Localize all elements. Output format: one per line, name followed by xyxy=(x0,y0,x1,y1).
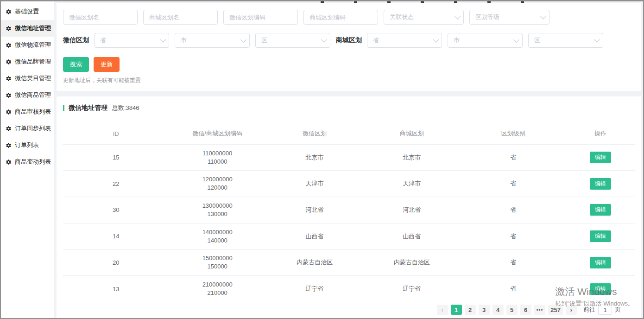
edit-button[interactable]: 编辑 xyxy=(590,257,611,268)
filter-panel: 关联状态 区划等级 微信区划 省 市 区 商城区划 xyxy=(57,3,641,91)
edit-button[interactable]: 编辑 xyxy=(590,152,611,163)
mall-city-select[interactable]: 市 xyxy=(448,33,523,48)
sidebar-item-label: 基础设置 xyxy=(15,7,39,16)
column-header-wechat-region: 微信区划 xyxy=(266,129,363,138)
wechat-region-name-input[interactable] xyxy=(63,10,138,25)
page-title: 微信地址管理 xyxy=(69,104,107,112)
chevron-down-icon xyxy=(540,13,546,19)
sidebar-item-wechat-category[interactable]: 微信类目管理 xyxy=(1,70,54,87)
cell-id: 30 xyxy=(63,206,169,213)
cell-wechat-region: 天津市 xyxy=(266,179,363,188)
update-button[interactable]: 更新 xyxy=(94,57,120,72)
table-row: 20 150000000 150000 内蒙古自治区 内蒙古自治区 省 编辑 xyxy=(63,250,635,276)
sidebar-item-wechat-address[interactable]: 微信地址管理 xyxy=(1,20,54,37)
sidebar-item-label: 微信地址管理 xyxy=(15,24,51,32)
chevron-down-icon xyxy=(321,37,327,43)
sidebar-item-product-change-list[interactable]: 商品变动列表 xyxy=(1,153,54,170)
cell-id: 22 xyxy=(63,180,169,187)
wechat-province-select[interactable]: 省 xyxy=(94,33,169,48)
sidebar-item-wechat-logistics[interactable]: 微信物流管理 xyxy=(1,37,54,53)
cell-id: 15 xyxy=(63,154,169,161)
edit-button[interactable]: 编辑 xyxy=(590,283,611,295)
cell-id: 20 xyxy=(63,259,169,266)
cell-id: 13 xyxy=(63,286,169,293)
cell-codes: 120000000 120000 xyxy=(169,175,266,192)
sidebar-item-basic-settings[interactable]: 基础设置 xyxy=(1,3,54,20)
search-button[interactable]: 搜索 xyxy=(63,57,89,72)
cell-wechat-region: 北京市 xyxy=(266,153,363,162)
sidebar-item-label: 商品变动列表 xyxy=(15,158,51,166)
gear-icon xyxy=(6,126,12,132)
region-level-select[interactable]: 区划等级 xyxy=(469,10,549,25)
link-status-select[interactable]: 关联状态 xyxy=(384,10,464,25)
next-page-button[interactable]: › xyxy=(566,305,577,315)
cell-wechat-region: 河北省 xyxy=(266,206,363,214)
select-placeholder: 区 xyxy=(534,36,540,45)
mall-region-code-input[interactable] xyxy=(303,10,378,25)
sidebar-item-label: 商品审核列表 xyxy=(15,108,51,116)
gear-icon xyxy=(6,42,12,48)
page-button-6[interactable]: 6 xyxy=(520,305,531,315)
page-button-2[interactable]: 2 xyxy=(465,305,476,315)
sidebar-item-order-sync-list[interactable]: 订单同步列表 xyxy=(1,120,54,137)
column-header-level: 区划级别 xyxy=(461,129,566,138)
update-note: 更新地址后，关联有可能被重置 xyxy=(63,77,635,91)
mall-province-select[interactable]: 省 xyxy=(367,33,442,48)
gear-icon xyxy=(6,159,12,165)
chevron-down-icon xyxy=(594,37,600,43)
table-header: ID 微信/商城区划编码 微信区划 商城区划 区划级别 操作 xyxy=(63,123,635,145)
page-button-1[interactable]: 1 xyxy=(451,305,462,315)
cell-level: 省 xyxy=(461,232,566,241)
chevron-down-icon xyxy=(240,37,246,43)
table-panel: 微信地址管理 总数:3846 ID 微信/商城区划编码 微信区划 商城区划 区划… xyxy=(57,96,641,318)
page-button-3[interactable]: 3 xyxy=(479,305,490,315)
sidebar-item-wechat-brand[interactable]: 微信品牌管理 xyxy=(1,53,54,70)
mall-code: 110000 xyxy=(169,158,266,166)
cell-level: 省 xyxy=(461,179,566,188)
page-button-5[interactable]: 5 xyxy=(506,305,518,315)
table-row: 15 110000000 110000 北京市 北京市 省 编辑 xyxy=(63,145,635,171)
edit-button[interactable]: 编辑 xyxy=(590,178,611,190)
total-count: 总数:3846 xyxy=(112,104,139,112)
cell-mall-region: 辽宁省 xyxy=(363,285,461,293)
gear-icon xyxy=(6,92,12,98)
sidebar-item-label: 微信品牌管理 xyxy=(15,57,51,66)
wechat-district-select[interactable]: 区 xyxy=(255,33,330,48)
page-button-257[interactable]: 257 xyxy=(548,305,563,315)
select-placeholder: 市 xyxy=(181,36,187,45)
goto-page-input[interactable] xyxy=(598,305,612,315)
wechat-region-code-input[interactable] xyxy=(223,10,298,25)
sidebar-item-order-list[interactable]: 订单列表 xyxy=(1,137,54,153)
prev-page-button[interactable]: ‹ xyxy=(437,305,448,315)
page-button-4[interactable]: 4 xyxy=(492,305,504,315)
wechat-code: 110000000 xyxy=(169,149,266,158)
wechat-code: 210000000 xyxy=(169,281,266,289)
chevron-down-icon xyxy=(513,37,519,43)
gear-icon xyxy=(6,9,12,15)
column-header-codes: 微信/商城区划编码 xyxy=(169,129,266,138)
cell-mall-region: 北京市 xyxy=(363,153,461,162)
cell-mall-region: 天津市 xyxy=(363,179,461,188)
table-row: 22 120000000 120000 天津市 天津市 省 编辑 xyxy=(63,171,635,197)
goto-label: 前往 xyxy=(583,306,595,314)
more-pages-button[interactable]: ••• xyxy=(534,305,546,315)
mall-district-select[interactable]: 区 xyxy=(528,33,603,48)
column-header-mall-region: 商城区划 xyxy=(363,129,461,138)
mall-region-name-input[interactable] xyxy=(143,10,218,25)
edit-button[interactable]: 编辑 xyxy=(590,204,611,216)
select-placeholder: 区划等级 xyxy=(475,13,499,21)
sidebar-item-wechat-product[interactable]: 微信商品管理 xyxy=(1,87,54,103)
select-placeholder: 关联状态 xyxy=(390,13,414,21)
chevron-down-icon xyxy=(433,37,439,43)
wechat-code: 140000000 xyxy=(169,228,266,236)
table-row: 13 210000000 210000 辽宁省 辽宁省 省 编辑 xyxy=(63,276,635,302)
mall-code: 210000 xyxy=(169,289,266,297)
select-placeholder: 区 xyxy=(261,36,267,45)
cell-level: 省 xyxy=(461,153,566,162)
wechat-code: 120000000 xyxy=(169,175,266,184)
wechat-city-select[interactable]: 市 xyxy=(175,33,250,48)
gear-icon xyxy=(6,76,12,82)
sidebar-item-product-review-list[interactable]: 商品审核列表 xyxy=(1,103,54,120)
mall-code: 120000 xyxy=(169,184,266,192)
edit-button[interactable]: 编辑 xyxy=(590,230,611,242)
